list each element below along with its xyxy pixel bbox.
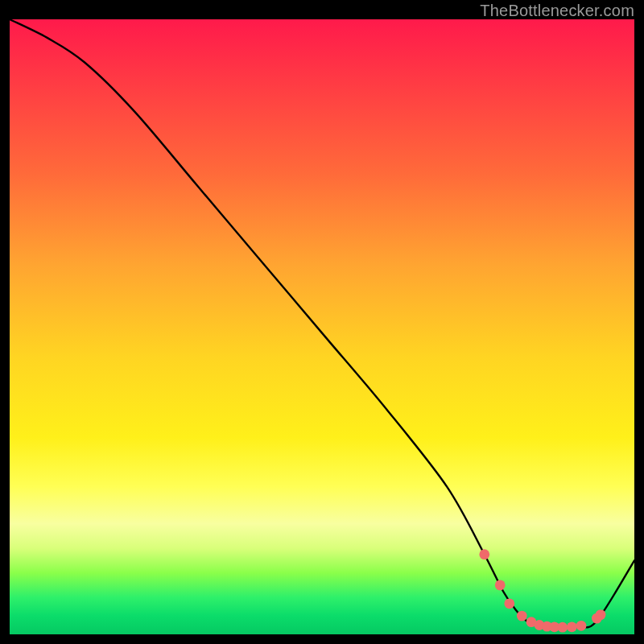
curve-svg xyxy=(10,19,634,634)
bottleneck-curve xyxy=(10,19,634,628)
marker-point xyxy=(504,598,514,609)
marker-point xyxy=(517,611,527,621)
marker-point xyxy=(479,549,489,559)
marker-group xyxy=(479,549,605,632)
marker-point xyxy=(567,621,577,632)
marker-point xyxy=(495,580,506,591)
plot-area xyxy=(10,19,634,634)
marker-point xyxy=(596,609,606,620)
chart-stage: TheBottlenecker.com xyxy=(0,0,644,644)
marker-point xyxy=(557,622,568,633)
marker-point xyxy=(576,621,587,631)
attribution-text: TheBottlenecker.com xyxy=(480,2,634,20)
